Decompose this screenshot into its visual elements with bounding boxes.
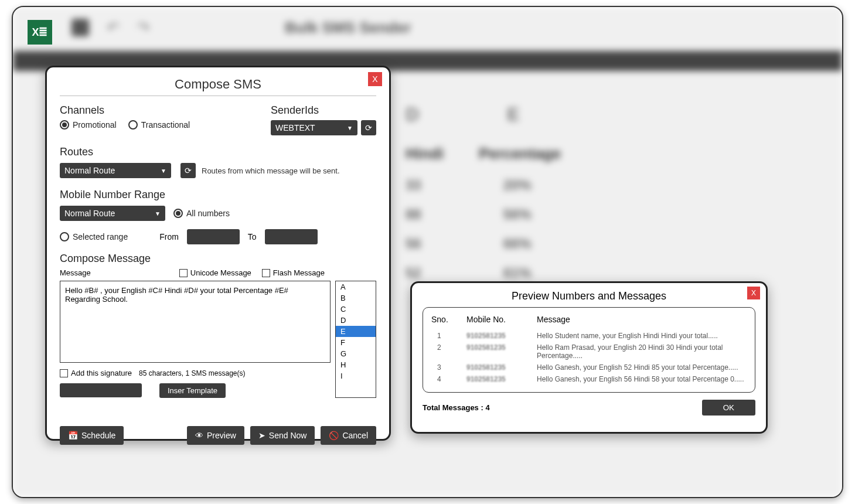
send-icon: ➤ <box>258 431 265 440</box>
preview-row: 39102581235Hello Ganesh, your English 52… <box>431 362 747 373</box>
column-item-g[interactable]: G <box>336 348 376 359</box>
radio-transactional[interactable]: Transactional <box>128 120 190 130</box>
preview-header-message: Message <box>537 315 747 324</box>
preview-row: 49102581235Hello Ganesh, your English 56… <box>431 373 747 385</box>
routes-label: Routes <box>60 146 376 158</box>
routes-refresh-button[interactable]: ⟳ <box>180 163 196 178</box>
radio-icon <box>60 232 69 241</box>
unicode-checkbox[interactable]: Unicode Message <box>179 268 251 277</box>
senderid-refresh-button[interactable]: ⟳ <box>361 120 376 135</box>
preview-dialog: Preview Numbers and Messages X Sno. Mobi… <box>410 281 768 434</box>
preview-row: 19102581235Hello Student name, your Engl… <box>431 330 747 342</box>
checkbox-icon <box>179 269 188 277</box>
radio-promotional[interactable]: Promotional <box>60 120 117 130</box>
char-count: 85 characters, 1 SMS message(s) <box>139 369 245 377</box>
column-item-i[interactable]: I <box>336 370 376 382</box>
radio-icon <box>60 120 69 130</box>
send-now-button[interactable]: ➤ Send Now <box>250 426 315 445</box>
signature-field[interactable] <box>60 383 142 397</box>
header-pct: Percentage <box>479 145 561 163</box>
checkbox-icon <box>262 269 270 277</box>
senderids-label: SenderIds <box>271 104 376 117</box>
cancel-button[interactable]: 🚫 Cancel <box>321 426 376 445</box>
preview-row: 29102581235Hello Ram Prasad, your Englis… <box>431 342 747 362</box>
senderid-select[interactable]: WEBTEXT <box>271 120 357 135</box>
compose-sms-dialog: Compose SMS X Channels Promotional Trans… <box>45 66 391 441</box>
compose-title: Compose SMS <box>60 73 376 96</box>
column-list[interactable]: ABCDEFGHI <box>335 281 376 398</box>
column-item-c[interactable]: C <box>336 304 376 315</box>
routes-hint: Routes from which message will be sent. <box>202 166 340 175</box>
preview-title: Preview Numbers and Messages <box>423 290 755 307</box>
column-item-b[interactable]: B <box>336 292 376 304</box>
to-input[interactable] <box>265 229 318 244</box>
col-header-d: D <box>406 104 419 125</box>
mnr-select[interactable]: Normal Route <box>60 206 165 221</box>
refresh-icon: ⟳ <box>365 123 372 132</box>
preview-header-sno: Sno. <box>431 315 466 324</box>
radio-all-numbers[interactable]: All numbers <box>173 209 230 218</box>
routes-select[interactable]: Normal Route <box>60 163 171 178</box>
mobile-number-range-label: Mobile Number Range <box>60 189 376 201</box>
eye-icon: 👁 <box>195 431 203 440</box>
preview-close-button[interactable]: X <box>747 287 760 299</box>
channels-label: Channels <box>60 104 271 117</box>
radio-selected-range[interactable]: Selected range <box>60 232 128 241</box>
flash-checkbox[interactable]: Flash Message <box>262 268 325 277</box>
insert-template-button[interactable]: Inser Template <box>159 383 226 398</box>
calendar-icon: 📅 <box>68 431 78 440</box>
ok-button[interactable]: OK <box>702 400 755 416</box>
close-button[interactable]: X <box>368 72 382 86</box>
checkbox-icon <box>60 369 68 377</box>
cancel-icon: 🚫 <box>329 431 339 440</box>
from-label: From <box>159 232 179 241</box>
from-input[interactable] <box>187 229 240 244</box>
refresh-icon: ⟳ <box>185 166 192 175</box>
excel-icon: X≣ <box>28 20 52 45</box>
message-label: Message <box>60 268 91 277</box>
column-item-a[interactable]: A <box>336 281 376 292</box>
column-item-e[interactable]: E <box>336 326 376 337</box>
column-item-h[interactable]: H <box>336 359 376 370</box>
app-title: Bulk SMS Sender <box>285 19 411 37</box>
total-messages: Total Messages : 4 <box>423 403 490 412</box>
preview-header-mobile: Mobile No. <box>466 315 537 324</box>
preview-button[interactable]: 👁 Preview <box>187 426 244 445</box>
header-hindi: Hindi <box>406 145 444 163</box>
to-label: To <box>248 232 257 241</box>
compose-message-label: Compose Message <box>60 253 376 265</box>
add-signature-checkbox[interactable]: Add this signature <box>60 369 132 377</box>
message-textarea[interactable] <box>60 281 331 363</box>
radio-icon <box>128 120 138 130</box>
schedule-button[interactable]: 📅 Schedule <box>60 426 124 445</box>
col-header-e: E <box>507 104 519 125</box>
radio-icon <box>173 209 183 218</box>
column-item-f[interactable]: F <box>336 337 376 348</box>
column-item-d[interactable]: D <box>336 315 376 326</box>
